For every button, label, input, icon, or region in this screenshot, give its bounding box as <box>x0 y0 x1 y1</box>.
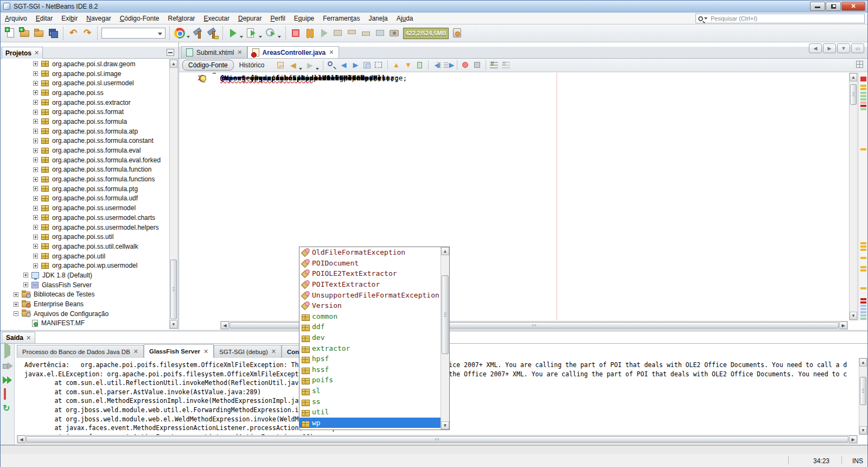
tree-item[interactable]: org.apache.poi.ss.formula.constant <box>1 136 169 146</box>
tree-item[interactable]: org.apache.poi.ss.formula.ptg <box>1 184 169 194</box>
garbage-collect-icon[interactable] <box>451 27 464 40</box>
collapse-icon[interactable] <box>14 311 18 316</box>
toggle-bookmark-icon[interactable] <box>414 60 426 71</box>
expand-icon[interactable] <box>33 244 38 249</box>
scroll-tabs-left-icon[interactable]: ◀ <box>809 43 822 53</box>
scroll-up-icon[interactable]: ▲ <box>170 60 177 68</box>
tree-item[interactable]: org.apache.poi.wp.usermodel <box>1 261 169 270</box>
tree-item[interactable]: org.apache.poi.ss.formula <box>1 117 169 127</box>
completion-item[interactable]: POITextExtractor <box>299 279 449 290</box>
expand-icon[interactable] <box>33 129 38 134</box>
tree-item[interactable]: GlassFish Server <box>1 280 169 290</box>
stripe-mark-orange[interactable] <box>860 266 866 268</box>
server-restart-icon[interactable] <box>3 375 12 385</box>
server-stop-icon[interactable] <box>3 389 12 399</box>
stripe-mark-green[interactable] <box>860 95 866 97</box>
stripe-mark-orange[interactable] <box>860 287 866 289</box>
editor-tab-submit-xhtml[interactable]: Submit.xhtml✕ <box>181 46 247 58</box>
completion-item[interactable]: POIDocument <box>299 258 449 269</box>
stripe-mark-orange[interactable] <box>860 242 866 244</box>
tree-item[interactable]: org.apache.poi.ss <box>1 88 169 98</box>
menu-código-fonte[interactable]: Código-Fonte <box>116 13 164 24</box>
stripe-mark-green[interactable] <box>860 92 866 94</box>
tree-item[interactable]: org.apache.poi.ss.formula.function <box>1 165 169 175</box>
stripe-mark-blue[interactable] <box>860 308 866 310</box>
debug-restart-icon[interactable] <box>3 361 12 371</box>
scroll-tabs-right-icon[interactable]: ▶ <box>823 43 836 53</box>
completion-item-selected[interactable]: wp <box>299 418 449 428</box>
shift-line-right-icon[interactable]: ▶ <box>443 60 455 71</box>
completion-item[interactable]: sl <box>299 386 449 396</box>
apply-code-changes-icon[interactable] <box>374 27 387 40</box>
stop-icon[interactable] <box>289 27 302 40</box>
uncomment-icon[interactable] <box>500 60 512 71</box>
stripe-mark-blue[interactable] <box>860 305 866 307</box>
expand-icon[interactable] <box>33 254 38 258</box>
shift-line-left-icon[interactable]: ◀ <box>431 60 443 71</box>
expand-icon[interactable] <box>33 119 38 124</box>
expand-icon[interactable] <box>33 235 38 239</box>
menu-depurar[interactable]: Depurar <box>234 13 266 24</box>
expand-icon[interactable] <box>33 100 38 105</box>
expand-icon[interactable] <box>33 110 38 115</box>
pause-icon[interactable] <box>303 27 316 40</box>
dropdown-icon[interactable] <box>187 36 190 38</box>
tree-item[interactable]: org.apache.poi.util <box>1 251 169 261</box>
scrollbar-thumb[interactable] <box>860 377 866 405</box>
expand-icon[interactable] <box>33 61 38 66</box>
menu-janela[interactable]: Janela <box>364 13 392 24</box>
tree-item[interactable]: org.apache.poi.ss.formula.eval.forked <box>1 155 169 165</box>
expand-icon[interactable] <box>23 282 28 287</box>
projects-scrollbar[interactable]: ▲ ▼ <box>169 59 178 329</box>
scrollbar-thumb[interactable] <box>26 436 848 443</box>
close-projects-icon[interactable]: ✕ <box>34 49 39 56</box>
menu-executar[interactable]: Executar <box>200 13 234 24</box>
tree-item[interactable]: org.apache.poi.ss.formula.functions <box>1 174 169 184</box>
menu-ferramentas[interactable]: Ferramentas <box>318 13 364 24</box>
completion-item[interactable]: ss <box>299 396 449 407</box>
expand-icon[interactable] <box>33 81 38 86</box>
step-out-icon[interactable] <box>360 27 373 40</box>
dropdown-icon[interactable] <box>240 36 243 38</box>
open-project-icon[interactable] <box>33 27 46 40</box>
stripe-mark-red[interactable] <box>860 77 866 81</box>
tree-item[interactable]: org.apache.poi.ss.util.cellwalk <box>1 242 169 251</box>
tab-list-dropdown-icon[interactable]: ▼ <box>837 43 850 53</box>
tree-item[interactable]: org.apache.poi.ss.formula.atp <box>1 127 169 136</box>
rectangular-selection-icon[interactable] <box>373 60 385 71</box>
tree-item[interactable]: org.apache.poi.ss.extractor <box>1 98 169 108</box>
hint-bulb-icon[interactable] <box>200 75 206 81</box>
close-tab-icon[interactable]: ✕ <box>329 49 334 56</box>
completion-item[interactable]: Version <box>299 300 449 311</box>
config-combo[interactable] <box>101 28 165 39</box>
scroll-down-icon[interactable]: ▼ <box>170 320 177 329</box>
stripe-mark-orange[interactable] <box>860 85 866 87</box>
output-vscrollbar[interactable]: ▲ ▼ <box>859 358 867 435</box>
completion-item[interactable]: hpsf <box>299 354 449 364</box>
scroll-down-icon[interactable]: ▼ <box>850 312 857 320</box>
expand-icon[interactable] <box>33 138 38 143</box>
memory-indicator[interactable]: 422,2/524,5MB <box>403 28 449 39</box>
find-previous-icon[interactable]: ◀ <box>337 60 349 71</box>
run-project-icon[interactable] <box>226 27 239 40</box>
debug-project-icon[interactable] <box>245 27 258 40</box>
scroll-down-icon[interactable]: ▼ <box>859 426 867 434</box>
start-macro-recording-icon[interactable] <box>459 60 471 71</box>
back-icon[interactable]: ◀ <box>287 60 299 71</box>
tree-item[interactable]: org.apache.poi.ss.formula.eval <box>1 146 169 155</box>
stop-macro-recording-icon[interactable] <box>471 60 483 71</box>
tree-item[interactable]: org.apache.poi.ss.usermodel <box>1 203 169 213</box>
editor-tab-areascontroller-java[interactable]: AreasController.java✕ <box>247 46 339 58</box>
close-tab-icon[interactable]: ✕ <box>203 348 208 355</box>
expand-icon[interactable] <box>33 167 38 172</box>
stripe-mark-green[interactable] <box>860 98 866 100</box>
minimize-panel-icon[interactable] <box>167 49 174 56</box>
tree-item[interactable]: Bibliotecas de Testes <box>1 290 169 300</box>
scrollbar-thumb[interactable] <box>170 260 177 319</box>
output-play-icon[interactable] <box>3 346 12 356</box>
restore-button[interactable] <box>826 2 841 11</box>
expand-icon[interactable] <box>33 263 38 268</box>
save-all-icon[interactable] <box>47 27 60 40</box>
scroll-right-icon[interactable]: ▶ <box>839 321 847 329</box>
close-tab-icon[interactable]: ✕ <box>133 348 138 355</box>
